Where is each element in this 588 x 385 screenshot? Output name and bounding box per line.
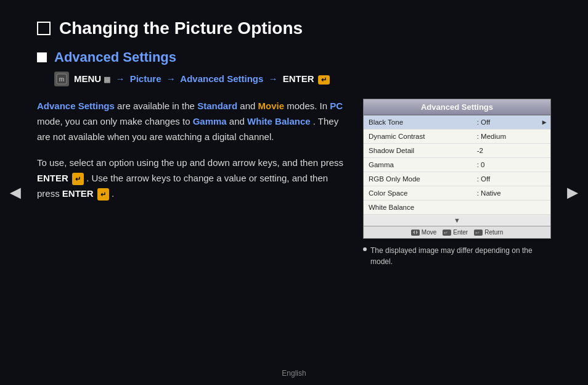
paragraph-2: To use, select an option using the up an… (37, 155, 345, 201)
note-content: The displayed image may differ depending… (370, 245, 551, 267)
page-title-row: Changing the Picture Options (37, 19, 551, 38)
row-label: Dynamic Contrast (364, 130, 472, 144)
left-nav-arrow[interactable]: ◄ (6, 182, 25, 203)
settings-footer: Move ↵ Enter ↩ (364, 226, 550, 238)
enter-text-2: ENTER (62, 188, 94, 199)
movie-link: Movie (258, 101, 285, 111)
table-row[interactable]: Dynamic Contrast : Medium (364, 130, 550, 144)
checkbox-icon (37, 22, 51, 35)
row-label: RGB Only Mode (364, 172, 472, 186)
enter-symbol: ↵ (443, 230, 451, 236)
svg-text:m: m (59, 76, 65, 83)
menu-icon: m (54, 72, 69, 86)
enter-icon-2: ↵ (97, 188, 109, 201)
note-text: The displayed image may differ depending… (363, 245, 551, 267)
gamma-link: Gamma (193, 116, 227, 126)
row-label: Color Space (364, 186, 472, 201)
settings-table: Black Tone : Off ► Dynamic Contrast : Me… (364, 115, 550, 215)
row-arrow: ► (536, 115, 550, 130)
enter-icon: ↵ (318, 75, 330, 85)
row-value: -2 (472, 144, 536, 158)
table-row[interactable]: Black Tone : Off ► (364, 115, 550, 130)
row-arrow (536, 158, 550, 172)
move-label: Move (422, 229, 436, 236)
advance-settings-link: Advance Settings (37, 101, 115, 111)
pc-link: PC (330, 101, 343, 111)
menu-path-row: m MENU ▦ → Picture → Advanced Settings →… (54, 72, 551, 86)
menu-grid-icon: ▦ (104, 75, 110, 84)
black-square-icon (37, 52, 47, 62)
row-label: Shadow Detail (364, 144, 472, 158)
bottom-label: English (282, 369, 306, 378)
row-value: : 0 (472, 158, 536, 172)
svg-text:↵: ↵ (444, 230, 448, 235)
arrow3: → (269, 73, 278, 84)
table-row[interactable]: White Balance (364, 201, 550, 215)
right-nav-arrow[interactable]: ► (563, 182, 582, 203)
row-label: Gamma (364, 158, 472, 172)
svg-text:↩: ↩ (475, 230, 480, 235)
return-symbol: ↩ (474, 230, 483, 236)
row-arrow (536, 144, 550, 158)
settings-window: Advanced Settings Black Tone : Off ► Dyn… (363, 99, 551, 239)
table-row[interactable]: RGB Only Mode : Off (364, 172, 550, 186)
svg-marker-2 (413, 230, 415, 234)
row-label: Black Tone (364, 115, 472, 130)
enter-footer-label: Enter (453, 229, 468, 236)
row-value: : Off (472, 172, 536, 186)
svg-marker-3 (416, 230, 418, 234)
arrow1: → (116, 73, 125, 84)
row-value (472, 201, 536, 215)
row-label: White Balance (364, 201, 472, 215)
move-symbol (411, 230, 420, 236)
menu-label: MENU (74, 73, 101, 84)
settings-window-title: Advanced Settings (364, 99, 550, 115)
row-value: : Medium (472, 130, 536, 144)
table-row[interactable]: Gamma : 0 (364, 158, 550, 172)
table-row[interactable]: Shadow Detail -2 (364, 144, 550, 158)
standard-link: Standard (197, 101, 237, 111)
page-container: Changing the Picture Options Advanced Se… (0, 0, 588, 385)
page-title: Changing the Picture Options (59, 19, 303, 38)
white-balance-link: White Balance (247, 116, 311, 126)
enter-footer-icon: ↵ Enter (443, 229, 468, 236)
section-row: Advanced Settings (37, 49, 551, 65)
enter-label: ENTER (283, 73, 314, 84)
enter-icon-1: ↵ (72, 173, 84, 185)
bullet-icon (363, 247, 367, 251)
scroll-indicator: ▼ (364, 215, 550, 226)
row-value: : Native (472, 186, 536, 201)
move-icon: Move (411, 229, 436, 236)
row-arrow (536, 172, 550, 186)
row-arrow (536, 130, 550, 144)
enter-text-1: ENTER (37, 173, 68, 183)
main-content: Advance Settings are available in the St… (37, 99, 551, 373)
row-value: : Off (472, 115, 536, 130)
menu-path-text: MENU ▦ → Picture → Advanced Settings → E… (74, 73, 330, 85)
return-footer-icon: ↩ Return (474, 229, 503, 236)
row-arrow (536, 201, 550, 215)
arrow2: → (166, 73, 176, 84)
paragraph-1: Advance Settings are available in the St… (37, 99, 345, 144)
left-text-area: Advance Settings are available in the St… (37, 99, 345, 373)
table-row[interactable]: Color Space : Native (364, 186, 550, 201)
advanced-settings-path-label: Advanced Settings (180, 73, 263, 84)
section-title: Advanced Settings (54, 49, 176, 65)
row-arrow (536, 186, 550, 201)
return-footer-label: Return (484, 229, 503, 236)
picture-label: Picture (130, 73, 161, 84)
right-panel: Advanced Settings Black Tone : Off ► Dyn… (363, 99, 551, 373)
